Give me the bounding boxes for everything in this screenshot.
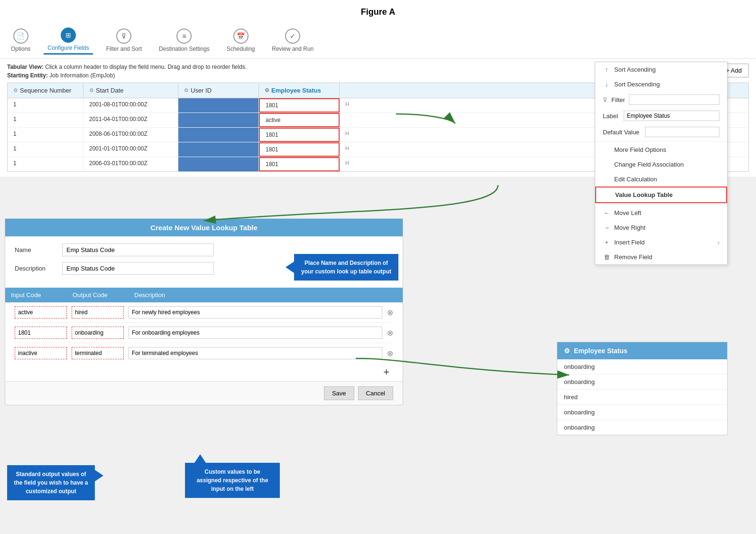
td-user-2 xyxy=(178,128,259,142)
ctx-filter-row: ⊽ Filter xyxy=(595,92,727,108)
annotation-input: Standard output values of the field you … xyxy=(7,465,95,500)
name-input[interactable] xyxy=(62,244,214,256)
ctx-sort-asc-label: Sort Ascending xyxy=(614,66,655,73)
annotation-output: Custom values to be assigned respective … xyxy=(185,463,280,498)
desc-input-1[interactable] xyxy=(129,327,382,339)
td-seq-2: 1 xyxy=(8,128,83,142)
th-user-id[interactable]: ⚙ User ID xyxy=(178,83,259,98)
output-code-0[interactable] xyxy=(72,306,124,319)
lookup-rows-area: ⊗ ⊗ ⊗ + xyxy=(5,302,403,381)
review-run-icon: ✓ xyxy=(285,28,300,44)
lookup-cols-header: Input Code Output Code Description xyxy=(5,288,403,302)
emp-result-panel: ⚙ Employee Status onboarding onboarding … xyxy=(557,342,728,435)
nav-configure-fields[interactable]: ⊞ Configure Fields xyxy=(44,26,92,55)
input-code-2[interactable] xyxy=(15,347,67,359)
remove-row-1-button[interactable]: ⊗ xyxy=(387,328,393,337)
ctx-value-lookup-table[interactable]: Value Lookup Table xyxy=(595,187,727,203)
ctx-change-field-assoc[interactable]: Change Field Association xyxy=(595,157,727,172)
ctx-more-field-options[interactable]: More Field Options xyxy=(595,142,727,157)
ctx-move-left-label: Move Left xyxy=(614,209,641,216)
context-menu: ↑ Sort Ascending ↓ Sort Descending ⊽ Fil… xyxy=(595,62,728,265)
add-row-button[interactable]: + xyxy=(379,366,393,378)
col-icon-seq: ⚙ xyxy=(13,87,18,94)
emp-result-row-4: onboarding xyxy=(557,420,727,435)
remove-row-0-button[interactable]: ⊗ xyxy=(387,308,393,317)
emp-result-row-3: onboarding xyxy=(557,405,727,420)
nav-filter-sort-label: Filter and Sort xyxy=(106,46,142,52)
desc-input-2[interactable] xyxy=(129,347,382,359)
ctx-change-field-label: Change Field Association xyxy=(614,161,684,168)
ctx-move-right[interactable]: → Move Right xyxy=(595,220,727,235)
ctx-default-input[interactable] xyxy=(645,127,719,137)
td-emp-4: 1801 xyxy=(259,157,340,171)
options-icon: 📄 xyxy=(13,28,28,44)
lookup-panel-footer: Save Cancel xyxy=(5,381,403,405)
emp-result-row-1: onboarding xyxy=(557,375,727,390)
col-icon-user: ⚙ xyxy=(184,87,189,94)
td-seq-4: 1 xyxy=(8,157,83,171)
ctx-filter-label: Filter xyxy=(611,96,625,103)
emp-result-row-0: onboarding xyxy=(557,359,727,375)
ctx-sort-ascending[interactable]: ↑ Sort Ascending xyxy=(595,62,727,77)
ctx-edit-calculation[interactable]: Edit Calculation xyxy=(595,172,727,187)
ctx-label-input[interactable] xyxy=(624,111,719,121)
ctx-edit-calc-label: Edit Calculation xyxy=(614,176,657,183)
ctx-sort-descending[interactable]: ↓ Sort Descending xyxy=(595,77,727,92)
th-employee-status[interactable]: ⚙ Employee Status xyxy=(259,83,340,98)
output-code-1[interactable] xyxy=(72,327,124,339)
nav-filter-sort[interactable]: ⊽ Filter and Sort xyxy=(102,27,146,54)
nav-destination[interactable]: ≡ Destination Settings xyxy=(155,27,213,54)
td-seq-0: 1 xyxy=(8,98,83,112)
nav-options[interactable]: 📄 Options xyxy=(7,27,34,54)
th-start-date[interactable]: ⚙ Start Date xyxy=(83,83,178,98)
move-right-icon: → xyxy=(603,224,610,231)
nav-scheduling[interactable]: 📅 Scheduling xyxy=(223,27,258,54)
col-icon-start: ⚙ xyxy=(89,87,94,94)
insert-field-icon: + xyxy=(603,239,610,246)
ctx-insert-field-label: Insert Field xyxy=(614,239,645,246)
td-user-0 xyxy=(178,98,259,112)
ctx-remove-field-label: Remove Field xyxy=(614,253,652,261)
emp-result-header: ⚙ Employee Status xyxy=(557,342,727,359)
ctx-move-left[interactable]: ← Move Left xyxy=(595,206,727,220)
lookup-row-0: ⊗ xyxy=(15,302,393,323)
td-user-3 xyxy=(178,142,259,157)
ctx-filter-input[interactable] xyxy=(629,94,719,105)
input-code-0[interactable] xyxy=(15,306,67,319)
td-emp-0: 1801 xyxy=(259,98,340,112)
col-description: Description xyxy=(134,291,397,299)
cancel-button[interactable]: Cancel xyxy=(358,386,393,400)
remove-row-2-button[interactable]: ⊗ xyxy=(387,349,393,358)
emp-result-title: Employee Status xyxy=(574,347,627,355)
col-output-code: Output Code xyxy=(73,291,134,299)
th-sequence-number[interactable]: ⚙ Sequence Number xyxy=(8,83,83,98)
ctx-filter-icon: ⊽ xyxy=(603,96,608,103)
th-emp-label: Employee Status xyxy=(271,87,321,94)
nav-scheduling-label: Scheduling xyxy=(227,46,255,52)
td-emp-3: 1801 xyxy=(259,142,340,157)
nav-review-run[interactable]: ✓ Review and Run xyxy=(268,27,317,54)
th-seq-label: Sequence Number xyxy=(20,87,71,94)
sort-asc-icon: ↑ xyxy=(603,66,610,73)
col-icon-emp: ⚙ xyxy=(265,87,269,94)
desc-input[interactable] xyxy=(62,262,214,275)
ctx-insert-field[interactable]: + Insert Field › xyxy=(595,235,727,250)
desc-label: Description xyxy=(15,265,57,272)
td-start-3: 2001-01-01T00:00:00Z xyxy=(83,142,178,157)
page-title: Figure A xyxy=(0,0,756,22)
desc-input-0[interactable] xyxy=(129,306,382,319)
td-user-1 xyxy=(178,113,259,127)
configure-fields-icon: ⊞ xyxy=(61,28,76,43)
col-input-code: Input Code xyxy=(11,291,73,299)
ctx-remove-field[interactable]: 🗑 Remove Field xyxy=(595,250,727,264)
output-code-2[interactable] xyxy=(72,347,124,359)
td-start-4: 2006-03-01T00:00:00Z xyxy=(83,157,178,171)
name-label: Name xyxy=(15,246,57,253)
input-code-1[interactable] xyxy=(15,327,67,339)
save-button[interactable]: Save xyxy=(324,386,354,400)
nav-options-label: Options xyxy=(11,46,30,52)
lookup-panel: Create New Value Lookup Table Name Descr… xyxy=(5,218,403,405)
td-user-4 xyxy=(178,157,259,171)
ctx-move-right-label: Move Right xyxy=(614,224,645,231)
ctx-label-text: Label xyxy=(603,112,618,120)
